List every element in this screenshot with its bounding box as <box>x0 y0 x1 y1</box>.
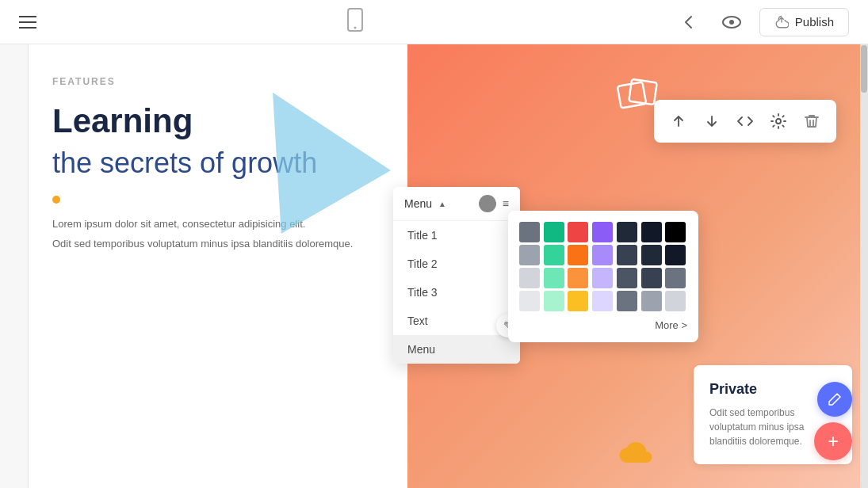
publish-label: Publish <box>795 15 834 29</box>
dropdown-menu: Menu ▲ ≡ Title 1 Title 2 Title 3 Text Me… <box>393 187 520 364</box>
svg-point-6 <box>776 119 781 124</box>
color-swatch[interactable] <box>568 291 588 311</box>
color-swatch[interactable] <box>568 268 588 288</box>
color-swatch[interactable] <box>665 245 686 265</box>
scrollbar[interactable] <box>860 44 868 488</box>
publish-button[interactable]: Publish <box>759 8 849 36</box>
color-swatch[interactable] <box>544 245 564 265</box>
color-swatch[interactable] <box>641 291 662 311</box>
code-button[interactable] <box>730 106 760 136</box>
color-swatch[interactable] <box>641 268 662 288</box>
svg-point-1 <box>354 26 356 29</box>
menu-title-label: Menu <box>404 197 432 210</box>
color-swatch[interactable] <box>592 245 613 265</box>
color-swatch[interactable] <box>592 268 613 288</box>
color-swatch[interactable] <box>617 245 637 265</box>
color-picker-panel: More > <box>508 211 698 342</box>
color-swatch[interactable] <box>641 222 662 242</box>
menu-color-circle[interactable] <box>479 195 496 212</box>
color-swatch[interactable] <box>641 245 662 265</box>
topbar: Publish <box>0 0 868 44</box>
more-colors-link[interactable]: More > <box>519 319 687 331</box>
plus-icon: + <box>828 430 839 452</box>
color-swatch[interactable] <box>519 268 540 288</box>
mobile-preview-icon[interactable] <box>346 8 365 36</box>
color-swatch[interactable] <box>617 291 637 311</box>
color-swatch[interactable] <box>519 291 540 311</box>
svg-point-3 <box>729 20 734 25</box>
color-swatch[interactable] <box>544 222 564 242</box>
color-swatch[interactable] <box>544 291 564 311</box>
color-swatch[interactable] <box>568 222 588 242</box>
menu-item-menu[interactable]: Menu <box>393 335 520 364</box>
fab-add-button[interactable]: + <box>814 422 852 460</box>
scrollbar-thumb[interactable] <box>861 45 867 93</box>
menu-header: Menu ▲ ≡ <box>393 187 520 221</box>
delete-button[interactable] <box>797 106 827 136</box>
left-sidebar <box>0 44 29 488</box>
color-swatch[interactable] <box>544 268 564 288</box>
color-swatch[interactable] <box>592 222 613 242</box>
preview-button[interactable] <box>717 7 747 37</box>
floating-toolbar <box>654 100 836 143</box>
color-swatch[interactable] <box>617 268 637 288</box>
color-swatch[interactable] <box>519 222 540 242</box>
color-swatch[interactable] <box>665 222 686 242</box>
menu-item-title1[interactable]: Title 1 <box>393 221 520 250</box>
menu-align-icon[interactable]: ≡ <box>503 197 509 210</box>
topbar-center <box>346 8 365 36</box>
menu-chevron-icon: ▲ <box>438 200 446 208</box>
topbar-left <box>19 16 36 29</box>
menu-item-title3[interactable]: Title 3 <box>393 278 520 307</box>
color-swatch[interactable] <box>665 268 686 288</box>
move-down-button[interactable] <box>697 106 727 136</box>
fab-edit-button[interactable] <box>817 382 852 417</box>
main-content: FEATURES Learning the secrets of growth … <box>29 44 868 488</box>
body-text-2: Odit sed temporibus voluptatum minus ips… <box>52 236 384 253</box>
color-swatch[interactable] <box>592 291 613 311</box>
canvas: FEATURES Learning the secrets of growth … <box>0 44 868 488</box>
orange-dot <box>52 196 60 204</box>
color-grid <box>519 222 687 311</box>
settings-button[interactable] <box>763 106 793 136</box>
move-up-button[interactable] <box>663 106 694 136</box>
features-label: FEATURES <box>52 76 384 87</box>
hamburger-menu-button[interactable] <box>19 16 36 29</box>
menu-item-title2[interactable]: Title 2 <box>393 250 520 278</box>
page-left-section: FEATURES Learning the secrets of growth … <box>29 44 407 488</box>
back-button[interactable] <box>674 7 704 37</box>
color-swatch[interactable] <box>617 222 637 242</box>
color-swatch[interactable] <box>519 245 540 265</box>
color-swatch[interactable] <box>568 245 588 265</box>
color-swatch[interactable] <box>665 291 686 311</box>
topbar-right: Publish <box>674 7 849 37</box>
body-text-1: Lorem ipsum dolor sit amet, consectetur … <box>52 216 384 233</box>
cloud-icon <box>611 437 656 480</box>
